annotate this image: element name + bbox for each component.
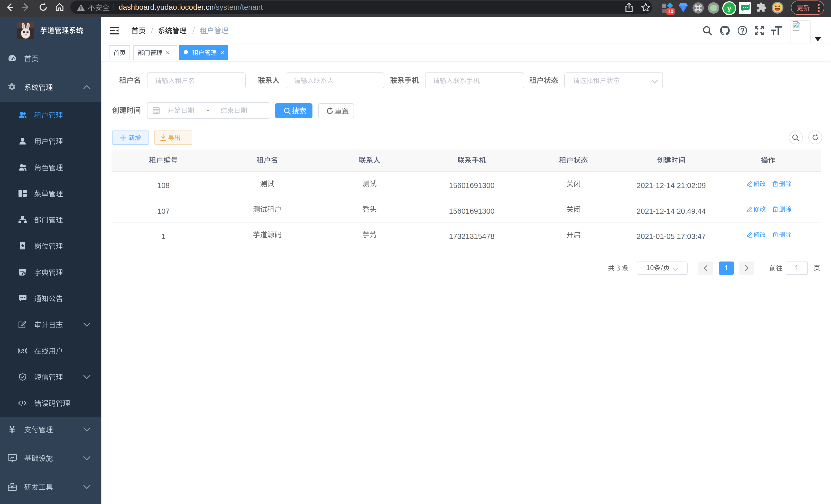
svg-text:10: 10 — [667, 8, 674, 14]
svg-text:y: y — [727, 4, 731, 12]
